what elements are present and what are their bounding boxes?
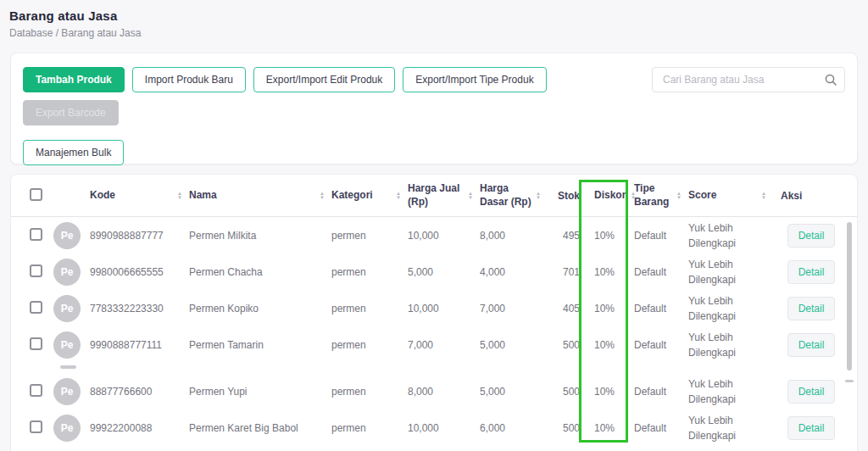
table-rows-lower: Pe 88877766600 Permen Yupi permen 8,000 … [11, 373, 857, 446]
cell-stok: 701 [548, 266, 580, 278]
cell-stok: 495 [548, 230, 580, 242]
scrollbar-end-dash [845, 380, 854, 382]
cell-kategori: permen [331, 339, 408, 351]
cell-tipe-barang: Default [634, 339, 688, 351]
cell-kode: 88877766600 [90, 386, 189, 398]
cell-stok: 500 [548, 422, 580, 434]
table-rows-upper: Pe 8990988887777 Permen Milkita permen 1… [11, 217, 857, 363]
search-box [652, 67, 845, 92]
export-import-edit-produk-button[interactable]: Export/Import Edit Produk [253, 67, 395, 92]
scroll-seam [11, 363, 857, 373]
manajemen-bulk-button[interactable]: Manajemen Bulk [23, 140, 124, 165]
cell-harga-jual: 7,000 [408, 339, 480, 351]
export-barcode-button[interactable]: Export Barcode [23, 100, 119, 125]
cell-harga-jual: 10,000 [408, 422, 480, 434]
cell-diskon: 10% [588, 422, 627, 434]
detail-button[interactable]: Detail [787, 333, 835, 357]
cell-diskon: 10% [588, 266, 627, 278]
column-header-diskon: Diskon [594, 189, 628, 203]
sort-icon[interactable]: ▲▼ [175, 192, 182, 200]
column-header-kategori: Kategori [331, 189, 373, 203]
cell-harga-dasar: 4,000 [480, 266, 548, 278]
product-table-card: Kode▲▼ Nama▲▼ Kategori▲▼ Harga Jual (Rp)… [10, 174, 858, 451]
products-page: Barang atau Jasa Database / Barang atau … [0, 0, 868, 451]
row-checkbox[interactable] [30, 301, 42, 314]
row-checkbox[interactable] [30, 264, 42, 277]
toolbar-card: Tambah Produk Import Produk Baru Export/… [10, 53, 858, 164]
cell-nama: Permen Karet Big Babol [189, 422, 331, 434]
row-checkbox[interactable] [30, 337, 42, 350]
cell-diskon: 10% [588, 339, 627, 351]
detail-button[interactable]: Detail [787, 297, 835, 320]
cell-stok: 500 [548, 386, 580, 398]
page-header: Barang atau Jasa Database / Barang atau … [9, 8, 141, 39]
sort-icon[interactable]: ▲▼ [674, 192, 682, 200]
cell-kode: 7783332223330 [90, 303, 189, 315]
column-header-harga-dasar: Harga Dasar (Rp) [480, 182, 533, 209]
toolbar-row-2: Export Barcode [23, 100, 845, 125]
row-checkbox[interactable] [30, 420, 42, 433]
product-avatar: Pe [53, 295, 81, 322]
table-row: Pe 7783332223330 Permen Kopiko permen 10… [11, 290, 857, 326]
table-row: Pe 9990888777111 Permen Tamarin permen 7… [11, 326, 857, 363]
detail-button[interactable]: Detail [787, 416, 835, 440]
cell-score: Yuk Lebih Dilengkapi [688, 376, 773, 407]
sort-icon[interactable]: ▲▼ [317, 192, 325, 200]
row-checkbox[interactable] [30, 228, 42, 241]
vertical-scrollbar-thumb[interactable] [847, 222, 852, 370]
cell-kode: 9990888777111 [90, 339, 189, 351]
product-avatar: Pe [53, 259, 81, 286]
cell-tipe-barang: Default [634, 303, 688, 315]
cell-nama: Permen Kopiko [189, 303, 331, 315]
cell-harga-dasar: 5,000 [480, 339, 548, 351]
cell-score: Yuk Lebih Dilengkapi [688, 220, 773, 251]
cell-kategori: permen [331, 422, 408, 434]
column-header-score: Score [688, 189, 716, 203]
cell-kategori: permen [331, 303, 408, 315]
detail-button[interactable]: Detail [787, 380, 835, 404]
detail-button[interactable]: Detail [787, 260, 835, 284]
toolbar-row-3: Manajemen Bulk [23, 140, 845, 165]
sort-icon[interactable]: ▲▼ [533, 192, 541, 200]
row-checkbox[interactable] [30, 384, 42, 397]
table-row: Pe 8990988887777 Permen Milkita permen 1… [11, 217, 857, 253]
cell-score: Yuk Lebih Dilengkapi [688, 330, 773, 360]
search-icon[interactable] [824, 73, 837, 86]
table-row: Pe 9980006665555 Permen Chacha permen 5,… [11, 253, 857, 290]
cell-kode: 8990988887777 [90, 230, 189, 242]
cell-diskon: 10% [588, 386, 627, 398]
cell-harga-jual: 10,000 [408, 303, 480, 315]
sort-icon[interactable]: ▲▼ [393, 192, 401, 200]
product-avatar: Pe [53, 415, 81, 442]
column-header-aksi: Aksi [773, 190, 857, 202]
export-import-tipe-produk-button[interactable]: Export/Import Tipe Produk [403, 67, 546, 92]
cell-score: Yuk Lebih Dilengkapi [688, 257, 773, 287]
cell-harga-jual: 5,000 [408, 266, 480, 278]
cell-harga-jual: 10,000 [408, 230, 480, 242]
tambah-produk-button[interactable]: Tambah Produk [23, 67, 125, 92]
cell-harga-dasar: 5,000 [480, 386, 548, 398]
table-row: Pe 88877766600 Permen Yupi permen 8,000 … [11, 373, 857, 409]
cell-diskon: 10% [588, 230, 627, 242]
column-header-nama: Nama [189, 189, 217, 203]
cell-kode: 99922200088 [90, 422, 189, 434]
product-avatar: Pe [53, 331, 81, 359]
product-avatar: Pe [53, 222, 81, 249]
column-header-tipe-barang: Tipe Barang [634, 182, 674, 209]
breadcrumb: Database / Barang atau Jasa [9, 27, 141, 39]
clipped-row-artifact [60, 365, 76, 369]
page-title: Barang atau Jasa [9, 8, 141, 23]
table-header-row: Kode▲▼ Nama▲▼ Kategori▲▼ Harga Jual (Rp)… [11, 175, 857, 217]
product-avatar: Pe [53, 378, 81, 405]
cell-nama: Permen Chacha [189, 266, 331, 278]
detail-button[interactable]: Detail [787, 224, 835, 248]
cell-harga-jual: 8,000 [408, 386, 480, 398]
select-all-checkbox[interactable] [30, 188, 42, 201]
sort-icon[interactable]: ▲▼ [465, 192, 473, 200]
cell-nama: Permen Tamarin [189, 339, 331, 351]
import-produk-baru-button[interactable]: Import Produk Baru [132, 67, 246, 92]
cell-kategori: permen [331, 266, 408, 278]
search-input[interactable] [652, 67, 845, 92]
cell-kode: 9980006665555 [90, 266, 189, 278]
sort-icon[interactable]: ▲▼ [759, 192, 766, 200]
